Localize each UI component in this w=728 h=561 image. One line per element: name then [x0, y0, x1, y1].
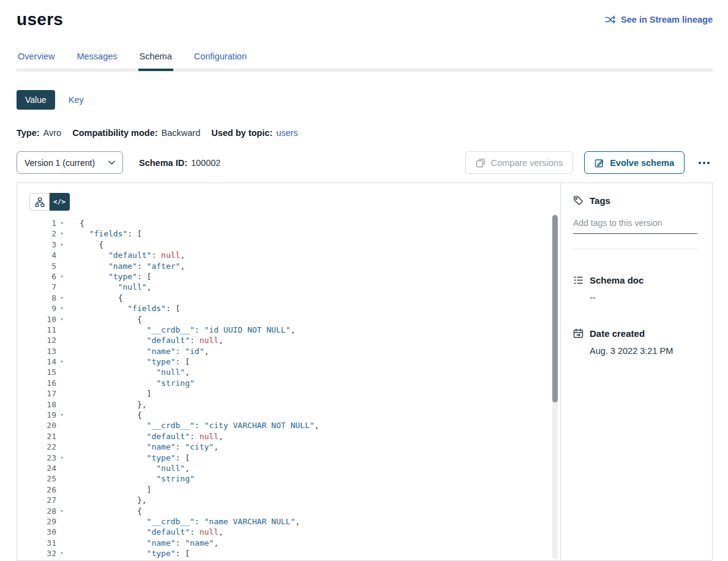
topic-schema-page: users See in Stream lineage Overview Mes…	[0, 0, 728, 561]
more-options-button[interactable]	[696, 159, 713, 167]
code-text: "__crdb__": "name VARCHAR NULL",	[67, 516, 300, 527]
date-created-heading: Date created	[573, 328, 697, 339]
fold-toggle-icon[interactable]: ▾	[56, 453, 67, 463]
compatibility-mode-value: Backward	[162, 128, 201, 138]
code-line: 25 "string"	[29, 473, 560, 484]
schema-type-value: Avro	[43, 128, 62, 138]
line-number: 30	[29, 527, 56, 537]
line-number: 12	[29, 335, 56, 345]
code-text: "__crdb__": "city VARCHAR NOT NULL",	[67, 420, 319, 431]
fold-spacer	[56, 420, 67, 431]
stream-lineage-link[interactable]: See in Stream lineage	[605, 15, 713, 24]
fold-toggle-icon[interactable]: ▾	[56, 303, 67, 314]
tags-section: Tags	[573, 195, 697, 249]
scrollbar-thumb[interactable]	[552, 215, 558, 402]
fold-spacer	[56, 463, 67, 473]
scrollbar[interactable]	[552, 215, 558, 559]
code-text: "string"	[67, 378, 195, 388]
code-line: 15 "null",	[29, 367, 560, 377]
fold-toggle-icon[interactable]: ▾	[56, 293, 67, 303]
page-title: users	[17, 10, 63, 29]
code-view-button[interactable]: </>	[50, 193, 70, 211]
fold-toggle-icon[interactable]: ▾	[56, 239, 67, 250]
code-text: "fields": [	[67, 228, 142, 239]
code-line: 6▾ "type": [	[29, 271, 560, 282]
compare-versions-icon	[476, 158, 486, 168]
stream-lineage-icon	[605, 15, 616, 24]
code-text: "name": "after",	[67, 261, 185, 271]
code-line: 8▾ {	[29, 293, 560, 303]
fold-spacer	[56, 388, 67, 399]
tags-heading: Tags	[573, 195, 697, 206]
code-line: 19▾ {	[29, 410, 560, 420]
tree-view-button[interactable]	[29, 193, 50, 211]
evolve-schema-button[interactable]: Evolve schema	[584, 151, 685, 174]
fold-toggle-icon[interactable]: ▾	[56, 228, 67, 239]
fold-toggle-icon[interactable]: ▾	[56, 271, 67, 282]
code-text: "type": [	[67, 548, 190, 559]
schema-doc-section: Schema doc --	[573, 275, 697, 303]
code-text: },	[67, 495, 147, 505]
code-view-toolbar: </>	[29, 193, 560, 211]
code-text: ]	[67, 388, 151, 399]
tag-icon	[573, 195, 584, 206]
code-line: 29 "__crdb__": "name VARCHAR NULL",	[29, 516, 560, 527]
line-number: 10	[29, 314, 56, 325]
tab-overview[interactable]: Overview	[17, 51, 56, 69]
code-line: 22 "name": "city",	[29, 442, 560, 452]
key-toggle-button[interactable]: Key	[69, 95, 84, 105]
stream-lineage-label: See in Stream lineage	[621, 15, 713, 24]
line-number: 24	[29, 463, 56, 473]
fold-spacer	[56, 538, 67, 548]
tags-input[interactable]	[573, 218, 697, 234]
line-number: 18	[29, 399, 56, 410]
schema-doc-heading: Schema doc	[573, 275, 697, 285]
fold-toggle-icon[interactable]: ▾	[56, 506, 67, 516]
code-text: {	[67, 293, 122, 303]
fold-toggle-icon[interactable]: ▾	[56, 356, 67, 367]
code-line: 26 ]	[29, 484, 560, 495]
line-number: 29	[29, 516, 56, 527]
line-number: 4	[29, 250, 56, 260]
code-text: "name": "city",	[67, 442, 219, 452]
code-line: 2▾ "fields": [	[29, 228, 560, 239]
line-number: 19	[29, 410, 56, 420]
code-line: 31 "name": "name",	[29, 538, 560, 548]
fold-toggle-icon[interactable]: ▾	[56, 410, 67, 420]
schema-id-value: 100002	[191, 158, 220, 168]
sidebar-divider	[573, 249, 697, 249]
tab-messages[interactable]: Messages	[75, 51, 118, 69]
code-text: "null",	[67, 367, 190, 377]
code-view-icon: </>	[53, 198, 66, 206]
fold-spacer	[56, 282, 67, 292]
line-number: 21	[29, 431, 56, 442]
code-line: 1▾{	[29, 218, 560, 228]
schema-id: Schema ID: 100002	[139, 158, 220, 168]
value-toggle-button[interactable]: Value	[17, 90, 55, 110]
code-line: 4 "default": null,	[29, 250, 560, 260]
fold-toggle-icon[interactable]: ▾	[56, 548, 67, 559]
topic-link[interactable]: users	[276, 128, 298, 138]
line-number: 2	[29, 228, 56, 239]
code-line: 7 "null",	[29, 282, 560, 292]
fold-toggle-icon[interactable]: ▾	[56, 314, 67, 325]
code-line: 24 "null",	[29, 463, 560, 473]
tab-schema[interactable]: Schema	[138, 51, 173, 69]
schema-card: </> 1▾{2▾ "fields": [3▾ {4 "default": nu…	[17, 183, 713, 561]
fold-spacer	[56, 516, 67, 527]
tab-divider	[17, 69, 713, 72]
code-line: 23▾ "type": [	[29, 453, 560, 463]
fold-toggle-icon[interactable]: ▾	[56, 218, 67, 228]
version-select[interactable]: Version 1 (current)	[17, 151, 123, 174]
line-number: 23	[29, 453, 56, 463]
line-number: 15	[29, 367, 56, 377]
schema-doc-title: Schema doc	[590, 275, 644, 285]
compare-versions-button[interactable]: Compare versions	[465, 151, 574, 174]
line-number: 28	[29, 506, 56, 516]
line-number: 25	[29, 473, 56, 484]
tree-view-icon	[35, 197, 45, 207]
tab-configuration[interactable]: Configuration	[193, 51, 248, 69]
code-text: "name": "name",	[67, 538, 219, 548]
code-line: 13 "name": "id",	[29, 346, 560, 356]
line-number: 8	[29, 293, 56, 303]
